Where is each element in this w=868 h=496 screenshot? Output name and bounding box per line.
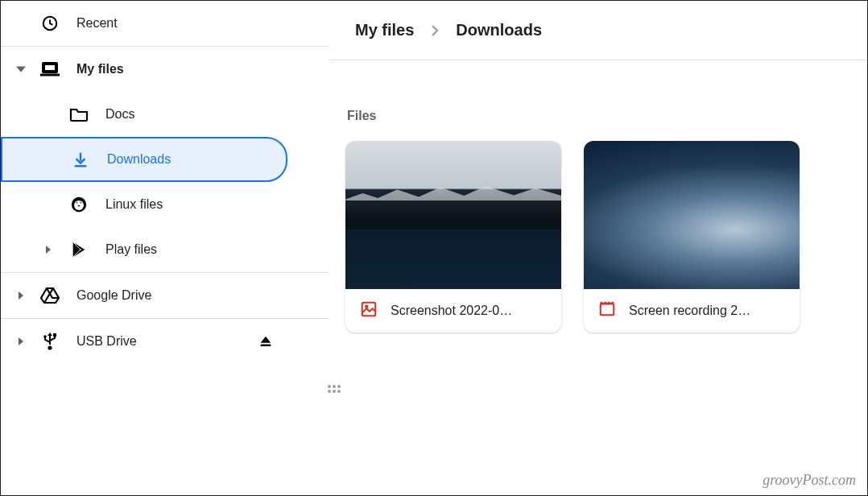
svg-rect-2 (44, 64, 56, 71)
files-grid: Screenshot 2022-0… Screen recording 2… (345, 141, 856, 333)
google-drive-icon (39, 285, 60, 306)
chevron-down-icon (15, 64, 27, 75)
image-icon (360, 300, 378, 321)
svg-point-10 (43, 335, 47, 338)
sidebar-label-google-drive: Google Drive (76, 288, 151, 303)
folder-icon (68, 104, 89, 125)
sidebar-label-play-files: Play files (105, 242, 157, 257)
file-tile[interactable]: Screenshot 2022-0… (345, 141, 561, 333)
sidebar-item-usb-drive[interactable]: USB Drive (1, 319, 329, 364)
sidebar-label-recent: Recent (76, 16, 118, 31)
google-play-icon (68, 239, 89, 260)
file-thumbnail (345, 141, 561, 289)
sidebar-label-linux-files: Linux files (105, 197, 163, 212)
sidebar-item-linux-files[interactable]: Linux files (1, 182, 329, 227)
penguin-icon (68, 194, 89, 215)
sidebar-item-my-files[interactable]: My files (1, 47, 329, 92)
breadcrumb-current[interactable]: Downloads (456, 21, 542, 39)
sidebar-label-docs: Docs (105, 107, 134, 122)
chevron-right-icon (15, 290, 27, 301)
video-icon (598, 300, 616, 321)
sidebar-item-downloads[interactable]: Downloads (1, 137, 287, 182)
file-tile[interactable]: Screen recording 2… (584, 141, 800, 333)
usb-icon (39, 331, 60, 352)
file-name: Screen recording 2… (629, 304, 750, 318)
svg-point-9 (48, 345, 52, 349)
section-heading: Files (347, 109, 856, 123)
sidebar-item-play-files[interactable]: Play files (1, 227, 329, 272)
clock-icon (39, 13, 60, 34)
sidebar-item-google-drive[interactable]: Google Drive (1, 273, 329, 318)
file-thumbnail (584, 141, 800, 289)
svg-point-4 (74, 200, 84, 210)
watermark: groovyPost.com (763, 472, 856, 489)
file-name: Screenshot 2022-0… (391, 304, 512, 318)
svg-rect-15 (601, 304, 614, 316)
sidebar-item-docs[interactable]: Docs (1, 92, 329, 137)
eject-button[interactable] (258, 334, 273, 349)
sidebar-label-usb-drive: USB Drive (76, 334, 137, 349)
breadcrumb: My files Downloads (329, 1, 867, 60)
download-icon (70, 149, 91, 170)
svg-point-7 (76, 202, 78, 204)
sidebar: Recent My files Docs Downloads (1, 1, 329, 495)
main-panel: My files Downloads Files Screenshot 2022… (329, 1, 867, 495)
sidebar-item-recent[interactable]: Recent (1, 1, 329, 46)
svg-point-14 (366, 306, 368, 308)
sidebar-label-downloads: Downloads (107, 152, 171, 167)
sidebar-label-my-files: My files (76, 62, 124, 76)
content-area: Files Screenshot 2022-0… (329, 60, 867, 333)
svg-rect-12 (261, 345, 271, 346)
chevron-right-icon (15, 336, 27, 347)
chevron-right-icon (43, 244, 54, 255)
breadcrumb-root[interactable]: My files (355, 21, 414, 39)
laptop-icon (39, 59, 60, 80)
svg-rect-11 (53, 333, 56, 337)
svg-point-8 (81, 202, 82, 204)
chevron-right-icon (430, 24, 440, 37)
